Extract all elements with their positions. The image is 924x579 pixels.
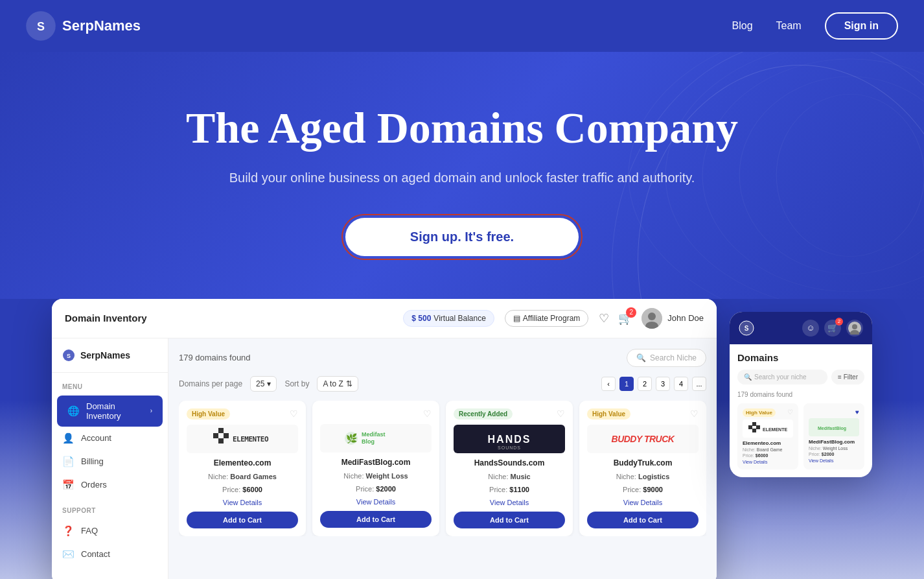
card-niche: Niche: Weight Loss [320,472,432,480]
mobile-filter-label: Filter [844,373,858,381]
svg-text:ELEMENTEO: ELEMENTEO [763,427,787,432]
signup-button[interactable]: Sign up. It's free. [345,218,579,256]
dashboard-topbar: Domain Inventory $ 500 Virtual Balance ▤… [52,299,717,338]
sidebar-item-faq[interactable]: ❓ FAQ [52,519,168,543]
mobile-view-link-2[interactable]: View Details [809,458,859,463]
virtual-balance-amount: $ 500 [411,314,431,323]
mobile-logo: S [739,320,754,336]
logo-text: ELEMENTEO [213,428,271,449]
card-favorite-icon[interactable]: ♡ [423,408,432,419]
mobile-filter-button[interactable]: ≡ Filter [831,370,864,384]
hero-section: The Aged Domains Company Build your onli… [0,52,924,299]
per-page-label: Domains per page [179,379,242,388]
view-details-link[interactable]: View Details [320,498,432,506]
add-to-cart-button-hands[interactable]: Add to Cart [454,512,565,528]
card-logo-medifast: 🌿 Medifast Blog [320,424,432,453]
card-header: Recently Added ♡ [454,408,565,419]
domain-cards: High Value ♡ E [179,401,706,536]
pagination: ‹ 1 2 3 4 ... [601,377,706,391]
virtual-balance-badge[interactable]: $ 500 Virtual Balance [403,310,494,327]
sidebar-item-orders[interactable]: 📅 Orders [52,473,168,497]
sidebar-item-account[interactable]: 👤 Account [52,427,168,450]
card-favorite-icon[interactable]: ♡ [290,408,298,419]
svg-text:ELEMENTEO: ELEMENTEO [233,435,269,443]
per-page-select[interactable]: 25 ▾ [250,376,277,392]
card-badge: High Value [587,408,630,419]
mobile-card-badge-row: ♥ [809,408,859,416]
add-to-cart-button-medifast[interactable]: Add to Cart [320,511,432,528]
sidebar-item-label: Domain Inventory [86,401,144,421]
affiliate-badge[interactable]: ▤ Affiliate Program [505,310,588,327]
nav-links: Blog Team Sign in [732,12,898,40]
mobile-search-input[interactable]: 🔍 Search your niche [737,370,827,384]
user-info[interactable]: John Doe [641,308,704,329]
page-more[interactable]: ... [692,377,706,391]
mobile-card-niche: Niche: Board Game [743,447,793,452]
sidebar-item-contact[interactable]: ✉️ Contact [52,543,168,566]
nav-blog[interactable]: Blog [732,20,753,32]
mobile-cart-icon[interactable]: 🛒 2 [824,320,841,337]
filter-bar: Domains per page 25 ▾ Sort by A to Z ⇅ ‹ [179,376,706,392]
cart-icon-wrap[interactable]: 🛒 2 [618,311,632,325]
hero-title: The Aged Domains Company [26,104,898,152]
card-badge: Recently Added [454,408,513,419]
svg-text:Medifast: Medifast [362,431,386,438]
signup-btn-outer: Sign up. It's free. [341,214,583,260]
view-details-link[interactable]: View Details [454,499,565,506]
card-badge: High Value [187,408,230,419]
mobile-search-row: 🔍 Search your niche ≡ Filter [737,370,864,384]
mobile-search-placeholder: Search your niche [754,373,807,381]
search-placeholder: Search Niche [650,353,697,362]
card-header: ♡ [320,408,432,419]
card-logo-elementeo: ELEMENTEO [187,425,298,453]
card-domain: Elementeo.com [187,458,298,467]
logo-text: SerpNames [62,18,141,34]
card-favorite-icon[interactable]: ♡ [557,408,565,419]
page-2[interactable]: 2 [638,377,652,391]
mobile-card-price: Price: $2000 [809,452,859,456]
mobile-domains-found: 179 domains found [737,391,864,398]
mobile-card-medifast: ♥ MedifastBlog MediFastBlog.com Niche: W… [803,403,864,469]
svg-text:🌿: 🌿 [346,433,358,444]
search-bar[interactable]: 🔍 Search Niche [627,349,706,367]
card-price: Price: $2000 [320,485,432,493]
dashboard-content: 179 domains found 🔍 Search Niche Domains… [168,338,717,579]
view-details-link[interactable]: View Details [187,499,298,506]
card-favorite-icon[interactable]: ♡ [690,408,699,419]
page-3[interactable]: 3 [656,377,670,391]
pagination-prev[interactable]: ‹ [601,377,616,391]
logo-area[interactable]: S SerpNames [26,11,141,41]
dashboard-wrapper: Domain Inventory $ 500 Virtual Balance ▤… [52,299,872,579]
mobile-view-link[interactable]: View Details [743,460,793,464]
mobile-card-heart-2[interactable]: ♥ [855,408,859,416]
sidebar-item-domain-inventory[interactable]: 🌐 Domain Inventory › [57,396,163,427]
card-header: High Value ♡ [187,408,298,419]
card-domain: HandsSounds.com [454,458,565,467]
svg-text:S: S [37,20,45,33]
view-details-link[interactable]: View Details [587,499,699,506]
nav-team[interactable]: Team [776,20,802,32]
svg-rect-29 [748,425,752,429]
mobile-cart-badge: 2 [835,318,843,325]
signin-button[interactable]: Sign in [825,12,898,40]
add-to-cart-button-elementeo[interactable]: Add to Cart [187,512,298,528]
sort-value: A to Z [323,379,343,388]
mobile-card-name: Elementeo.com [743,440,793,446]
add-to-cart-button-buddy[interactable]: Add to Cart [587,512,699,528]
favorites-icon[interactable]: ♡ [599,311,609,325]
sort-select[interactable]: A to Z ⇅ [317,376,358,392]
mobile-avatar-icon[interactable] [846,320,863,337]
page-1[interactable]: 1 [619,377,634,391]
dashboard-main: Domain Inventory $ 500 Virtual Balance ▤… [52,299,717,579]
card-niche: Niche: Logistics [587,473,699,480]
sidebar-item-billing[interactable]: 📄 Billing [52,450,168,473]
sidebar-item-label: Orders [81,480,107,490]
page-4[interactable]: 4 [674,377,688,391]
domains-found: 179 domains found [179,353,251,362]
mobile-card-heart[interactable]: ♡ [787,408,793,417]
mobile-emoji-icon[interactable]: ☺ [802,320,819,337]
card-price: Price: $6000 [187,486,298,493]
mobile-badge: High Value [743,408,776,417]
svg-rect-13 [218,428,224,433]
mobile-card-logo: ELEMENTEO [743,419,793,438]
